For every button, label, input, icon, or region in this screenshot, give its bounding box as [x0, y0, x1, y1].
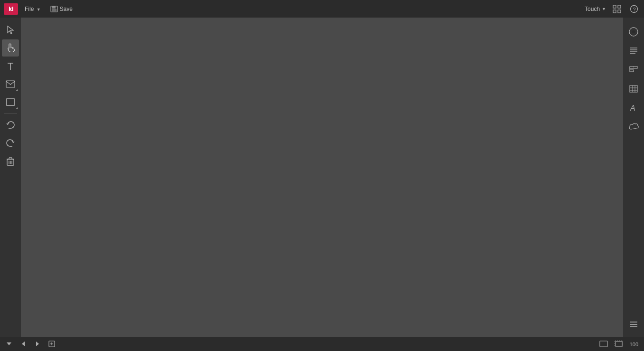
svg-rect-31: [630, 85, 637, 92]
top-bar-left: Id File ▼ Save: [4, 3, 76, 15]
file-menu-arrow: ▼: [37, 7, 41, 12]
character-panel-button[interactable]: A: [625, 99, 642, 116]
workspace-dropdown-arrow: ▼: [602, 7, 606, 11]
page-dropdown-button[interactable]: [4, 340, 14, 348]
placeholder-tool-button[interactable]: [2, 76, 19, 93]
prev-page-button[interactable]: [18, 340, 28, 348]
rectangle-tool-button[interactable]: [2, 94, 19, 111]
hamburger-menu-button[interactable]: [625, 316, 642, 333]
svg-text:A: A: [630, 104, 635, 112]
svg-rect-3: [613, 5, 616, 8]
svg-rect-46: [600, 341, 607, 347]
svg-rect-11: [6, 81, 15, 87]
table-panel-button[interactable]: [625, 80, 642, 97]
bleed-view-button[interactable]: [613, 340, 625, 348]
tool-separator-1: [4, 114, 17, 114]
type-tool-button[interactable]: [2, 57, 19, 75]
workspace-label: Touch: [585, 6, 600, 12]
help-icon[interactable]: ?: [628, 4, 640, 14]
left-toolbar: [0, 18, 21, 337]
add-page-button[interactable]: [47, 340, 58, 348]
color-panel-button[interactable]: [625, 23, 642, 40]
svg-rect-47: [616, 342, 622, 346]
delete-button[interactable]: [2, 153, 19, 170]
paragraph-panel-button[interactable]: [625, 42, 642, 59]
svg-rect-1: [52, 6, 56, 9]
svg-rect-4: [618, 5, 621, 8]
workspace-selector[interactable]: Touch ▼: [585, 6, 606, 12]
save-button[interactable]: Save: [47, 5, 76, 13]
bottom-bar: 100: [0, 337, 644, 351]
svg-rect-6: [618, 10, 621, 13]
svg-rect-12: [7, 99, 14, 105]
file-menu[interactable]: File ▼: [22, 5, 44, 13]
save-label: Save: [60, 6, 73, 12]
main-area: A: [0, 18, 644, 337]
selection-tool-button[interactable]: [2, 21, 19, 38]
top-bar: Id File ▼ Save Touch ▼: [0, 0, 644, 18]
next-page-button[interactable]: [32, 340, 43, 348]
top-bar-right: Touch ▼ ?: [585, 4, 640, 14]
svg-marker-41: [22, 342, 25, 346]
zoom-level[interactable]: 100: [628, 340, 640, 349]
workspace-grid-icon[interactable]: [611, 4, 623, 14]
redo-button[interactable]: [2, 135, 19, 152]
svg-rect-5: [613, 10, 616, 13]
svg-text:?: ?: [633, 6, 636, 12]
svg-rect-2: [52, 9, 57, 11]
bottom-bar-right: 100: [597, 340, 640, 349]
canvas-area[interactable]: [21, 18, 623, 337]
app-logo: Id: [4, 3, 18, 15]
bottom-bar-left: [4, 340, 58, 348]
cloud-panel-button[interactable]: [625, 118, 642, 135]
svg-marker-42: [36, 342, 39, 346]
right-sidebar: A: [623, 18, 644, 337]
svg-rect-28: [630, 70, 634, 72]
undo-button[interactable]: [2, 117, 19, 134]
svg-point-22: [632, 30, 635, 33]
hand-tool-button[interactable]: [2, 39, 19, 57]
align-panel-button[interactable]: [625, 61, 642, 78]
save-icon: [50, 6, 58, 12]
svg-marker-40: [7, 342, 11, 345]
normal-view-button[interactable]: [597, 340, 610, 348]
